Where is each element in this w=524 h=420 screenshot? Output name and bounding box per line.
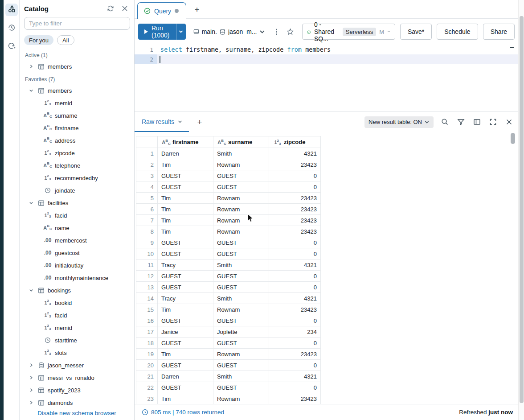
- table-row[interactable]: 1DarrenSmith4321: [136, 148, 321, 159]
- chevron-right-icon[interactable]: [29, 400, 34, 405]
- tree-column-telephone[interactable]: ABCtelephone: [20, 159, 134, 172]
- cell-surname[interactable]: Smith: [213, 148, 269, 159]
- disable-schema-browser-link[interactable]: Disable new schema browser: [20, 410, 134, 416]
- cell-surname[interactable]: Rownam: [213, 159, 269, 170]
- cell-zipcode[interactable]: 23423: [269, 215, 321, 226]
- close-results-icon[interactable]: [504, 117, 514, 127]
- cell-surname[interactable]: Rownam: [213, 226, 269, 237]
- add-visualization-button[interactable]: +: [194, 117, 205, 128]
- cell-surname[interactable]: Rownam: [213, 204, 269, 215]
- new-result-table-toggle[interactable]: New result table: ON: [364, 116, 434, 128]
- tree-item-members[interactable]: members: [20, 84, 134, 97]
- cell-surname[interactable]: GUEST: [213, 248, 269, 259]
- table-row[interactable]: 15TimRownam23423: [136, 304, 321, 315]
- table-row[interactable]: 12GUESTGUEST0: [136, 271, 321, 282]
- chevron-right-icon[interactable]: [29, 64, 34, 69]
- cell-surname[interactable]: GUEST: [213, 170, 269, 181]
- cell-firstname[interactable]: GUEST: [158, 271, 213, 282]
- cell-surname[interactable]: Rownam: [213, 349, 269, 360]
- cell-firstname[interactable]: Tim: [158, 193, 213, 204]
- sql-editor[interactable]: 1select firstname, surname, zipcode from…: [135, 45, 518, 111]
- cell-zipcode[interactable]: 4321: [269, 148, 321, 159]
- new-tab-button[interactable]: +: [192, 4, 202, 15]
- cell-surname[interactable]: GUEST: [213, 181, 269, 193]
- cell-surname[interactable]: Rownam: [213, 193, 269, 204]
- table-row[interactable]: 10GUESTGUEST0: [136, 248, 321, 259]
- tree-column-memid[interactable]: 123memid: [20, 97, 134, 109]
- cell-firstname[interactable]: GUEST: [158, 360, 213, 371]
- table-row[interactable]: 8TimRownam23423: [136, 226, 321, 237]
- column-header-zipcode[interactable]: 123zipcode: [269, 136, 321, 148]
- results-grid[interactable]: ABCfirstnameABCsurname123zipcode 1Darren…: [136, 132, 457, 404]
- tree-item-facilities[interactable]: facilities: [20, 197, 134, 209]
- cell-zipcode[interactable]: 0: [269, 282, 321, 293]
- cell-firstname[interactable]: Tim: [158, 226, 213, 237]
- for-you-pill[interactable]: For you: [24, 35, 53, 45]
- chevron-down-icon[interactable]: [29, 200, 34, 206]
- results-scrollbar-thumb[interactable]: [511, 133, 515, 144]
- cell-firstname[interactable]: GUEST: [158, 170, 213, 181]
- table-row[interactable]: 16GUESTGUEST0: [136, 315, 321, 326]
- cell-zipcode[interactable]: 234: [269, 326, 321, 338]
- cell-firstname[interactable]: Tim: [158, 215, 213, 226]
- cell-surname[interactable]: GUEST: [213, 271, 269, 282]
- table-row[interactable]: 19TimRownam23423: [136, 349, 321, 360]
- cell-firstname[interactable]: GUEST: [158, 181, 213, 193]
- tree-item-spotify_2023[interactable]: spotify_2023: [20, 384, 134, 396]
- tree-item-members[interactable]: members: [20, 60, 134, 73]
- tree-column-initialoutlay[interactable]: .00initialoutlay: [20, 259, 134, 272]
- close-icon[interactable]: [121, 4, 129, 12]
- cell-firstname[interactable]: GUEST: [158, 248, 213, 259]
- cell-surname[interactable]: Rownam: [213, 393, 269, 404]
- query-tab[interactable]: Query: [137, 2, 186, 19]
- cell-firstname[interactable]: Tim: [158, 304, 213, 315]
- cell-zipcode[interactable]: 0: [269, 382, 321, 393]
- column-header-firstname[interactable]: ABCfirstname: [158, 136, 213, 148]
- cell-zipcode[interactable]: 0: [269, 315, 321, 326]
- tree-column-firstname[interactable]: ABCfirstname: [20, 122, 134, 134]
- table-row[interactable]: 23TimRownam23423: [136, 393, 321, 404]
- tree-column-memid[interactable]: 123memid: [20, 321, 134, 334]
- cell-zipcode[interactable]: 23423: [269, 349, 321, 360]
- table-row[interactable]: 5TimRownam23423: [136, 193, 321, 204]
- table-row[interactable]: 11TracySmith4321: [136, 259, 321, 271]
- tree-column-zipcode[interactable]: 123zipcode: [20, 147, 134, 159]
- cell-zipcode[interactable]: 23423: [269, 304, 321, 315]
- table-row[interactable]: 22GUESTGUEST0: [136, 382, 321, 393]
- table-row[interactable]: 6TimRownam23423: [136, 204, 321, 215]
- raw-results-tab[interactable]: Raw results: [135, 112, 189, 132]
- cell-zipcode[interactable]: 0: [269, 248, 321, 259]
- tree-column-slots[interactable]: 123slots: [20, 346, 134, 359]
- cell-firstname[interactable]: Tracy: [158, 293, 213, 304]
- cell-firstname[interactable]: Tim: [158, 159, 213, 170]
- warehouse-selector[interactable]: 0 - Shared SQ... Serverless M: [302, 24, 395, 40]
- save-button[interactable]: Save*: [400, 24, 432, 40]
- cell-firstname[interactable]: Tim: [158, 349, 213, 360]
- catalog-schema-selector[interactable]: main. jason_m...: [193, 28, 266, 35]
- tree-column-joindate[interactable]: joindate: [20, 184, 134, 197]
- tree-column-monthlymaintenance[interactable]: .00monthlymaintenance: [20, 272, 134, 284]
- cell-zipcode[interactable]: 23423: [269, 193, 321, 204]
- tree-item-bookings[interactable]: bookings: [20, 284, 134, 296]
- cell-firstname[interactable]: Tim: [158, 204, 213, 215]
- cell-zipcode[interactable]: 23423: [269, 393, 321, 404]
- tree-column-recommendedby[interactable]: 123recommendedby: [20, 172, 134, 184]
- tree-column-facid[interactable]: 123facid: [20, 209, 134, 222]
- side-panel-icon[interactable]: [472, 117, 482, 127]
- tree-column-surname[interactable]: ABCsurname: [20, 109, 134, 122]
- tree-column-guestcost[interactable]: .00guestcost: [20, 247, 134, 259]
- table-row[interactable]: 13GUESTGUEST0: [136, 282, 321, 293]
- catalog-filter-input[interactable]: [24, 17, 130, 30]
- cell-zipcode[interactable]: 0: [269, 271, 321, 282]
- cell-firstname[interactable]: Darren: [158, 371, 213, 382]
- tree-item-diamonds[interactable]: diamonds: [20, 396, 134, 409]
- cell-zipcode[interactable]: 23423: [269, 159, 321, 170]
- history-rail-button[interactable]: [5, 22, 18, 35]
- cell-firstname[interactable]: GUEST: [158, 382, 213, 393]
- cell-zipcode[interactable]: 0: [269, 360, 321, 371]
- cell-surname[interactable]: Smith: [213, 371, 269, 382]
- table-row[interactable]: 4GUESTGUEST0: [136, 181, 321, 193]
- cell-zipcode[interactable]: 0: [269, 237, 321, 248]
- cell-zipcode[interactable]: 4321: [269, 293, 321, 304]
- cell-surname[interactable]: GUEST: [213, 338, 269, 349]
